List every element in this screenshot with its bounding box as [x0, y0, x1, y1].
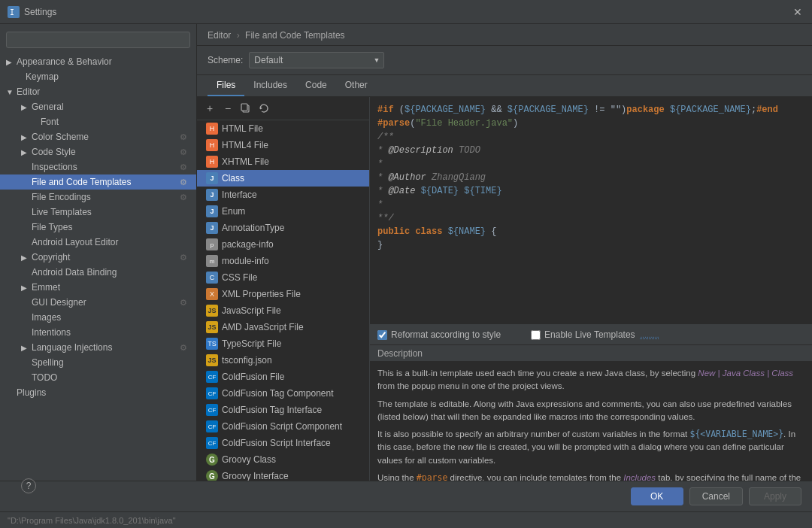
sidebar-item-inspections[interactable]: Inspections ⚙ — [0, 159, 196, 174]
file-item-css[interactable]: C CSS File — [197, 269, 369, 286]
file-item-cf-tag-intf[interactable]: CF ColdFusion Tag Interface — [197, 402, 369, 418]
live-templates-hint: ......... — [641, 331, 659, 339]
class-file-icon: J — [206, 172, 218, 184]
arrow-icon: ▶ — [21, 253, 29, 262]
groovy-class-icon: G — [206, 454, 218, 466]
file-item-cf[interactable]: CF ColdFusion File — [197, 369, 369, 385]
sidebar-item-keymap[interactable]: Keymap — [0, 69, 196, 84]
file-item-cf-tag-comp[interactable]: CF ColdFusion Tag Component — [197, 385, 369, 402]
sidebar: ▶ Appearance & Behavior Keymap ▼ Editor … — [0, 24, 197, 481]
scheme-row: Scheme: Default Project — [197, 46, 812, 75]
sidebar-item-language-injections[interactable]: ▶ Language Injections ⚙ — [0, 340, 196, 355]
copy-icon — [241, 103, 251, 114]
file-item-groovy-intf[interactable]: G Groovy Interface — [197, 468, 369, 481]
arrow-icon: ▶ — [21, 103, 29, 111]
tab-files[interactable]: Files — [208, 75, 244, 96]
live-templates-checkbox[interactable] — [531, 330, 541, 340]
reformat-checkbox-label[interactable]: Reformat according to style — [377, 329, 501, 340]
file-list-toolbar: + − — [197, 97, 369, 120]
breadcrumb-current: File and Code Templates — [245, 30, 345, 41]
xhtml-file-icon: H — [206, 156, 218, 168]
copy-template-button[interactable] — [238, 100, 254, 117]
file-item-xml-props[interactable]: X XML Properties File — [197, 286, 369, 302]
file-item-html4[interactable]: H HTML4 File — [197, 137, 369, 153]
scheme-label: Scheme: — [208, 55, 243, 65]
sidebar-item-android-layout[interactable]: Android Layout Editor — [0, 235, 196, 250]
sidebar-item-code-style[interactable]: ▶ Code Style ⚙ — [0, 144, 196, 159]
settings-icon: ⚙ — [180, 162, 187, 172]
file-item-tsconfig[interactable]: JS tsconfig.json — [197, 352, 369, 369]
file-item-ts[interactable]: TS TypeScript File — [197, 335, 369, 352]
sidebar-item-intentions[interactable]: Intentions — [0, 325, 196, 340]
reset-icon — [259, 103, 269, 114]
arrow-icon: ▶ — [21, 344, 29, 352]
file-item-groovy-class[interactable]: G Groovy Class — [197, 451, 369, 468]
sidebar-item-editor[interactable]: ▼ Editor — [0, 84, 196, 99]
titlebar: I Settings ✕ — [0, 0, 812, 24]
help-button[interactable]: ? — [21, 478, 36, 493]
svg-marker-4 — [260, 107, 262, 110]
reformat-label: Reformat according to style — [391, 329, 501, 340]
reformat-checkbox[interactable] — [377, 330, 387, 340]
enum-file-icon: J — [206, 205, 218, 217]
breadcrumb: Editor › File and Code Templates — [197, 24, 812, 46]
sidebar-item-android-data-binding[interactable]: Android Data Binding — [0, 265, 196, 280]
options-row: Reformat according to style Enable Live … — [370, 325, 812, 345]
code-editor[interactable]: #if (${PACKAGE_NAME} && ${PACKAGE_NAME} … — [370, 97, 812, 325]
arrow-icon: ▶ — [21, 284, 29, 292]
add-template-button[interactable]: + — [201, 100, 218, 117]
ok-button[interactable]: OK — [631, 487, 683, 505]
ts-file-icon: TS — [206, 338, 218, 350]
xml-file-icon: X — [206, 288, 218, 300]
sidebar-item-file-code-templates[interactable]: File and Code Templates ⚙ — [0, 174, 196, 190]
tab-code[interactable]: Code — [296, 75, 336, 96]
file-item-annotation[interactable]: J AnnotationType — [197, 220, 369, 236]
file-item-xhtml[interactable]: H XHTML File — [197, 153, 369, 170]
sidebar-item-file-types[interactable]: File Types — [0, 220, 196, 235]
scheme-select[interactable]: Default Project — [249, 52, 384, 68]
file-item-module-info[interactable]: m module-info — [197, 253, 369, 269]
sidebar-item-emmet[interactable]: ▶ Emmet — [0, 280, 196, 295]
status-bar: "D:\Program Files\Java\jdk1.8.0_201\bin\… — [0, 511, 812, 528]
module-file-icon: m — [206, 255, 218, 267]
cf-script-intf-icon: CF — [206, 437, 218, 449]
sidebar-item-color-scheme[interactable]: ▶ Color Scheme ⚙ — [0, 129, 196, 144]
status-text: "D:\Program Files\Java\jdk1.8.0_201\bin\… — [8, 516, 176, 525]
bottom-area: ? OK Cancel Apply — [0, 481, 812, 511]
cf-tag-comp-icon: CF — [206, 387, 218, 399]
sidebar-item-copyright[interactable]: ▶ Copyright ⚙ — [0, 250, 196, 265]
sidebar-item-todo[interactable]: TODO — [0, 370, 196, 385]
scheme-select-wrap[interactable]: Default Project — [249, 52, 384, 68]
file-item-class[interactable]: J Class — [197, 170, 369, 187]
breadcrumb-separator: › — [237, 30, 240, 41]
description-area: This is a built-in template used each ti… — [370, 360, 812, 481]
cancel-button[interactable]: Cancel — [689, 487, 743, 505]
close-button[interactable]: ✕ — [791, 5, 804, 19]
sidebar-item-font[interactable]: Font — [0, 114, 196, 129]
sidebar-item-live-templates[interactable]: Live Templates — [0, 205, 196, 220]
file-item-amd-js[interactable]: JS AMD JavaScript File — [197, 319, 369, 335]
groovy-intf-icon: G — [206, 470, 218, 481]
sidebar-item-spelling[interactable]: Spelling — [0, 355, 196, 370]
file-item-html[interactable]: H HTML File — [197, 120, 369, 137]
file-item-package-info[interactable]: p package-info — [197, 236, 369, 253]
code-panel: #if (${PACKAGE_NAME} && ${PACKAGE_NAME} … — [370, 97, 812, 481]
file-item-js[interactable]: JS JavaScript File — [197, 302, 369, 319]
apply-button[interactable]: Apply — [749, 487, 801, 505]
search-input[interactable] — [6, 32, 190, 48]
sidebar-item-images[interactable]: Images — [0, 310, 196, 325]
sidebar-item-file-encodings[interactable]: File Encodings ⚙ — [0, 190, 196, 205]
remove-template-button[interactable]: − — [220, 100, 236, 117]
sidebar-item-general[interactable]: ▶ General — [0, 99, 196, 114]
file-item-cf-script-intf[interactable]: CF ColdFusion Script Interface — [197, 435, 369, 451]
tab-other[interactable]: Other — [336, 75, 377, 96]
sidebar-item-appearance[interactable]: ▶ Appearance & Behavior — [0, 54, 196, 69]
reset-template-button[interactable] — [256, 100, 272, 117]
live-templates-checkbox-label[interactable]: Enable Live Templates ......... — [531, 329, 659, 340]
tab-includes[interactable]: Includes — [244, 75, 296, 96]
sidebar-item-gui-designer[interactable]: GUI Designer ⚙ — [0, 295, 196, 310]
file-item-cf-script-comp[interactable]: CF ColdFusion Script Component — [197, 418, 369, 435]
sidebar-item-plugins[interactable]: Plugins — [0, 385, 196, 400]
file-item-enum[interactable]: J Enum — [197, 203, 369, 220]
file-item-interface[interactable]: J Interface — [197, 187, 369, 203]
